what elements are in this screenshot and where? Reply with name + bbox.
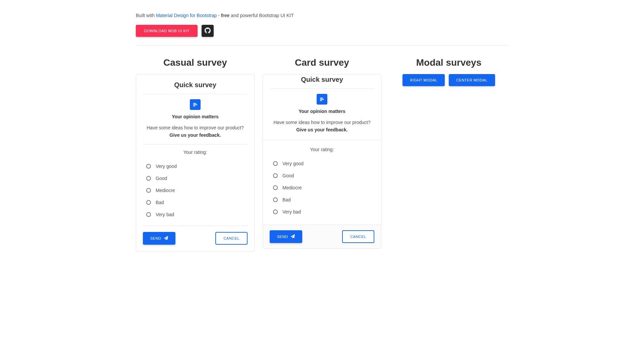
radio-icon — [146, 188, 151, 193]
casual-poll-icon-wrap — [143, 99, 248, 110]
download-button[interactable]: DOWNLOAD MDB UI KIT — [136, 25, 198, 37]
right-modal-button[interactable]: RIGHT MODAL — [402, 74, 445, 86]
card-cancel-button[interactable]: CANCEL — [342, 230, 374, 243]
card-radio-bad[interactable]: Bad — [273, 194, 371, 206]
casual-survey-heading: Casual survey — [136, 57, 255, 68]
radio-label: Very good — [156, 164, 177, 169]
card-rating-section: Your rating: Very good Good Mediocre — [263, 140, 381, 225]
header-section: Built with Material Design for Bootstrap… — [136, 0, 508, 46]
radio-icon — [273, 197, 278, 202]
casual-survey-card: Quick survey Your opinion matters Have s… — [136, 74, 255, 252]
github-icon — [205, 27, 211, 35]
paper-plane-icon — [164, 236, 168, 241]
intro-text: Built with Material Design for Bootstrap… — [136, 13, 508, 18]
casual-divider-1 — [143, 94, 248, 94]
poll-icon — [190, 99, 201, 110]
radio-icon — [273, 161, 278, 166]
card-survey-column: Card survey Quick survey Your opinion ma… — [263, 57, 381, 252]
casual-help-text: Have some ideas how to improve our produ… — [143, 124, 248, 139]
card-divider-1 — [270, 88, 374, 89]
casual-survey-column: Casual survey Quick survey Your opinion … — [136, 57, 255, 252]
card-radio-very-good[interactable]: Very good — [273, 158, 371, 170]
card-survey-title: Quick survey — [270, 76, 374, 83]
poll-icon — [317, 94, 327, 105]
casual-radio-mediocre[interactable]: Mediocre — [146, 184, 244, 196]
card-survey-card: Quick survey Your opinion matters Have s… — [263, 74, 381, 249]
github-button[interactable] — [202, 25, 214, 37]
columns-container: Casual survey Quick survey Your opinion … — [136, 57, 508, 252]
casual-survey-title: Quick survey — [143, 81, 248, 89]
card-footer: SEND CANCEL — [263, 225, 381, 248]
casual-cancel-button[interactable]: CANCEL — [215, 232, 248, 245]
card-help-prefix: Have some ideas how to improve our produ… — [273, 120, 370, 125]
intro-prefix: Built with — [136, 13, 156, 18]
mdb-link[interactable]: Material Design for Bootstrap — [156, 13, 217, 18]
radio-icon — [146, 176, 151, 181]
card-radio-very-bad[interactable]: Very bad — [273, 206, 371, 218]
card-help-text: Have some ideas how to improve our produ… — [270, 119, 374, 134]
card-opinion-text: Your opinion matters — [270, 109, 374, 114]
center-modal-button[interactable]: CENTER MODAL — [449, 74, 495, 86]
radio-icon — [146, 164, 151, 169]
modal-buttons-row: RIGHT MODAL CENTER MODAL — [389, 74, 508, 86]
header-divider — [136, 45, 508, 46]
casual-radio-very-bad[interactable]: Very bad — [146, 208, 244, 221]
card-radio-mediocre[interactable]: Mediocre — [273, 182, 371, 194]
card-survey-heading: Card survey — [263, 57, 381, 68]
radio-label: Very bad — [282, 209, 301, 215]
radio-icon — [146, 200, 151, 205]
radio-label: Good — [282, 173, 294, 178]
radio-icon — [146, 212, 151, 217]
radio-label: Good — [156, 176, 167, 181]
casual-radio-very-good[interactable]: Very good — [146, 160, 244, 172]
casual-footer-buttons: SEND CANCEL — [143, 232, 248, 245]
casual-radio-bad[interactable]: Bad — [146, 196, 244, 208]
card-poll-icon-wrap — [270, 94, 374, 105]
casual-send-button[interactable]: SEND — [143, 232, 175, 245]
radio-icon — [273, 185, 278, 190]
radio-label: Very bad — [156, 212, 174, 217]
modal-survey-column: Modal surveys RIGHT MODAL CENTER MODAL — [389, 57, 508, 252]
casual-help-bold: Give us your feedback. — [169, 132, 221, 138]
header-button-row: DOWNLOAD MDB UI KIT — [136, 25, 508, 37]
modal-survey-heading: Modal surveys — [389, 57, 508, 68]
send-label: SEND — [150, 236, 161, 240]
radio-label: Bad — [282, 197, 291, 202]
casual-opinion-text: Your opinion matters — [143, 114, 248, 119]
radio-label: Mediocre — [282, 185, 302, 190]
casual-radio-good[interactable]: Good — [146, 172, 244, 184]
radio-icon — [273, 209, 278, 214]
card-radio-good[interactable]: Good — [273, 170, 371, 182]
casual-rating-label: Your rating: — [143, 149, 248, 155]
card-survey-body-top: Quick survey Your opinion matters Have s… — [263, 74, 381, 140]
send-label: SEND — [277, 235, 288, 239]
card-rating-label: Your rating: — [270, 147, 374, 152]
card-radio-list: Very good Good Mediocre Bad — [270, 158, 374, 218]
casual-divider-2 — [143, 144, 248, 144]
radio-label: Mediocre — [156, 188, 175, 193]
card-help-bold: Give us your feedback. — [296, 127, 347, 132]
radio-label: Very good — [282, 161, 304, 166]
intro-bold: free — [221, 13, 230, 18]
radio-label: Bad — [156, 200, 164, 205]
casual-divider-3 — [143, 226, 248, 226]
casual-help-prefix: Have some ideas how to improve our produ… — [147, 125, 244, 130]
casual-survey-body: Quick survey Your opinion matters Have s… — [136, 74, 254, 251]
radio-icon — [273, 173, 278, 178]
intro-suffix: and powerful Bootstrap UI KIT — [229, 13, 293, 18]
casual-radio-list: Very good Good Mediocre Bad — [143, 160, 248, 221]
paper-plane-icon — [291, 234, 295, 239]
intro-middle: - — [217, 13, 221, 18]
card-send-button[interactable]: SEND — [270, 230, 302, 243]
